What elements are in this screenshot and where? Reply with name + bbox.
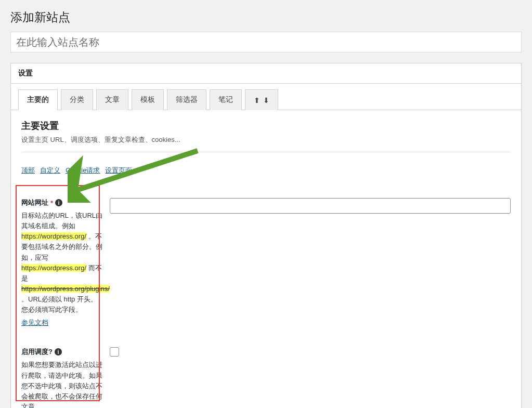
settings-panel: 设置 主要的 分类 文章 模板 筛选器 笔记 ⬆ ⬇ 主要设置 设置主页 URL… <box>10 63 522 408</box>
anchor-cookie[interactable]: Cookie请求 <box>66 166 100 175</box>
info-icon[interactable]: i <box>55 199 62 206</box>
tab-main[interactable]: 主要的 <box>18 89 58 110</box>
tab-article[interactable]: 文章 <box>96 89 128 110</box>
schedule-description: 如果您想要激活此站点以进行爬取，请选中此项。如果您不选中此项，则该站点不会被爬取… <box>21 360 103 408</box>
download-icon: ⬇ <box>263 96 269 104</box>
section-title: 主要设置 <box>21 120 511 132</box>
tabs-bar: 主要的 分类 文章 模板 筛选器 笔记 ⬆ ⬇ <box>11 84 521 110</box>
url-desc-part1: 目标站点的URL，该URL由其域名组成。例如 <box>21 212 102 230</box>
tab-import-export[interactable]: ⬆ ⬇ <box>245 89 278 110</box>
anchor-row: 顶部 自定义 Cookie请求 设置页面 <box>21 166 511 180</box>
field-row-schedule: 启用调度? i 如果您想要激活此站点以进行爬取，请选中此项。如果您不选中此项，则… <box>21 344 511 408</box>
anchor-top[interactable]: 顶部 <box>21 166 35 175</box>
url-label: 网站网址 * i <box>21 198 103 207</box>
url-example2: https://wordpress.org/ <box>21 264 86 272</box>
tab-notes[interactable]: 笔记 <box>210 89 242 110</box>
anchor-custom[interactable]: 自定义 <box>40 166 60 175</box>
url-example1: https://wordpress.org/ <box>21 232 86 240</box>
url-doc-link[interactable]: 参见文档 <box>21 318 48 327</box>
url-example3: https://wordpress.org/plugins/ <box>21 285 110 293</box>
required-star: * <box>50 199 53 207</box>
schedule-label-text: 启用调度? <box>21 347 53 357</box>
tab-filter[interactable]: 筛选器 <box>167 89 206 110</box>
url-label-text: 网站网址 <box>21 198 48 207</box>
panel-header: 设置 <box>11 63 521 84</box>
upload-icon: ⬆ <box>254 96 260 104</box>
info-icon[interactable]: i <box>55 348 62 356</box>
url-input[interactable] <box>110 198 511 214</box>
anchor-settings-page[interactable]: 设置页面 <box>105 166 132 175</box>
schedule-checkbox[interactable] <box>110 347 119 357</box>
divider <box>21 152 511 152</box>
site-name-input[interactable] <box>10 32 522 52</box>
section-subtitle: 设置主页 URL、调度选项、重复文章检查、cookies... <box>21 135 511 144</box>
url-desc-part4: 。URL必须以 http 开头。 您必须填写此字段。 <box>21 295 97 313</box>
url-description: 目标站点的URL，该URL由其域名组成。例如 https://wordpress… <box>21 210 103 315</box>
field-row-url: 网站网址 * i 目标站点的URL，该URL由其域名组成。例如 https://… <box>21 195 511 333</box>
tab-category[interactable]: 分类 <box>61 89 93 110</box>
page-title: 添加新站点 <box>10 5 522 28</box>
tab-template[interactable]: 模板 <box>132 89 164 110</box>
schedule-label: 启用调度? i <box>21 347 103 357</box>
